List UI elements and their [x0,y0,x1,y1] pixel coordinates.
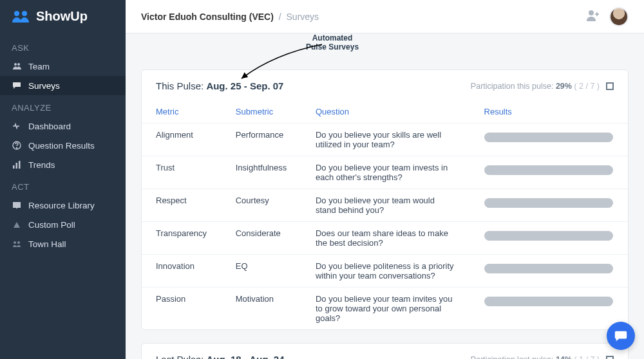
cell-question: Do you believe your team invites you to … [301,288,470,330]
pulse-table: Metric Submetric Question Results Alignm… [142,100,628,329]
table-row: TransparencyConsiderateDoes our team sha… [142,222,628,255]
result-bar [484,297,613,306]
cell-metric: Transparency [142,222,222,255]
sidebar-item-label: Team [28,62,50,71]
sidebar-item-dashboard[interactable]: Dashboard [0,116,126,136]
col-results[interactable]: Results [470,100,628,124]
annotation-label: Automated Pulse Surveys [306,33,359,51]
table-row: InnovationEQDo you believe politeness is… [142,255,628,288]
svg-rect-8 [19,161,21,169]
breadcrumb: Victor Eduoh Consulting (VEC) / Surveys [141,12,319,22]
col-submetric[interactable]: Submetric [222,100,301,124]
cell-results [470,288,628,330]
svg-point-10 [17,241,20,244]
sidebar-item-label: Town Hall [28,239,66,249]
cell-question: Do you believe your skills are well util… [301,124,470,156]
last-pulse-title: Last Pulse: Aug. 18 - Aug. 24 [156,354,285,359]
breadcrumb-org[interactable]: Victor Eduoh Consulting (VEC) [141,12,274,22]
svg-point-1 [22,11,27,16]
table-row: TrustInsightfulnessDo you believe your t… [142,156,628,189]
cell-metric: Alignment [142,124,222,156]
col-metric[interactable]: Metric [142,100,222,124]
result-bar [484,133,613,142]
expand-icon[interactable] [606,356,614,360]
last-pulse-card: Last Pulse: Aug. 18 - Aug. 24 Participat… [141,343,629,359]
cell-results [470,222,628,255]
cell-submetric: Motivation [222,288,301,330]
poll-icon [12,219,22,230]
cell-submetric: Courtesy [222,189,301,222]
last-pulse-participation: Participation last pulse: 14% ( 1 / 7 ) [471,355,614,360]
sidebar-item-surveys[interactable]: Surveys [0,76,126,95]
cell-results [470,255,628,288]
sidebar-item-resource-library[interactable]: Resource Library [0,196,126,215]
question-icon [12,140,22,151]
cell-submetric: Insightfulness [222,156,301,189]
cell-question: Do you believe politeness is a priority … [301,255,470,288]
cell-submetric: EQ [222,255,301,288]
bars-icon [12,160,22,170]
table-row: RespectCourtesyDo you believe your team … [142,189,628,222]
app-logo[interactable]: ShowUp [0,0,126,35]
cell-submetric: Performance [222,124,301,156]
expand-icon[interactable] [606,82,614,90]
cell-question: Do you believe your team invests in each… [301,156,470,189]
chat-icon [12,80,22,91]
svg-rect-6 [13,165,15,169]
sidebar-item-question-results[interactable]: Question Results [0,136,126,155]
topbar: Victor Eduoh Consulting (VEC) / Surveys [126,0,644,33]
this-pulse-participation: Participation this pulse: 29% ( 2 / 7 ) [471,82,614,91]
sidebar-item-town-hall[interactable]: Town Hall [0,234,126,253]
chat-widget[interactable] [607,322,635,350]
breadcrumb-page: Surveys [287,12,319,22]
cell-metric: Trust [142,156,222,189]
this-pulse-card: This Pulse: Aug. 25 - Sep. 07 Participat… [141,69,629,330]
cell-question: Does our team share ideas to make the be… [301,222,470,255]
sidebar-item-label: Dashboard [28,122,71,131]
this-pulse-title: This Pulse: Aug. 25 - Sep. 07 [156,80,283,91]
section-label-analyze: ANALYZE [0,95,126,116]
svg-point-2 [14,63,17,66]
section-label-act: ACT [0,174,126,196]
sidebar-item-label: Trends [28,160,55,170]
sidebar: ShowUp ASK Team Surveys ANALYZE [0,0,126,359]
sidebar-item-label: Surveys [28,81,60,91]
nav-section-act: ACT Resource Library Custom Poll Town Ha… [0,174,126,253]
add-person-icon[interactable] [586,9,600,24]
svg-point-11 [589,10,594,15]
cell-question: Do you believe your team would stand beh… [301,189,470,222]
svg-rect-7 [16,163,18,169]
result-bar [484,264,613,273]
cell-results [470,156,628,189]
sidebar-item-label: Resource Library [28,201,95,210]
cell-metric: Passion [142,288,222,330]
cell-results [470,124,628,156]
book-icon [12,200,22,210]
cell-results [470,189,628,222]
svg-point-0 [14,11,19,16]
app-name: ShowUp [36,9,88,24]
col-question[interactable]: Question [301,100,470,124]
people-icon [12,10,31,24]
sidebar-item-label: Custom Poll [28,220,75,230]
result-bar [484,231,613,241]
sidebar-item-label: Question Results [28,141,95,151]
svg-point-9 [14,241,16,244]
result-bar [484,198,613,208]
breadcrumb-separator: / [279,12,281,22]
svg-point-5 [16,147,17,148]
cell-metric: Innovation [142,255,222,288]
nav-section-ask: ASK Team Surveys [0,35,126,95]
avatar[interactable] [609,7,629,26]
cell-metric: Respect [142,189,222,222]
sidebar-item-custom-poll[interactable]: Custom Poll [0,215,126,234]
content-area: Automated Pulse Surveys This Pulse: Aug.… [126,33,644,359]
section-label-ask: ASK [0,35,126,57]
nav-section-analyze: ANALYZE Dashboard Question Results Trend… [0,95,126,174]
sidebar-item-trends[interactable]: Trends [0,155,126,174]
table-row: PassionMotivationDo you believe your tea… [142,288,628,330]
townhall-icon [12,239,22,249]
sidebar-item-team[interactable]: Team [0,57,126,76]
result-bar [484,165,613,175]
team-icon [12,61,22,71]
